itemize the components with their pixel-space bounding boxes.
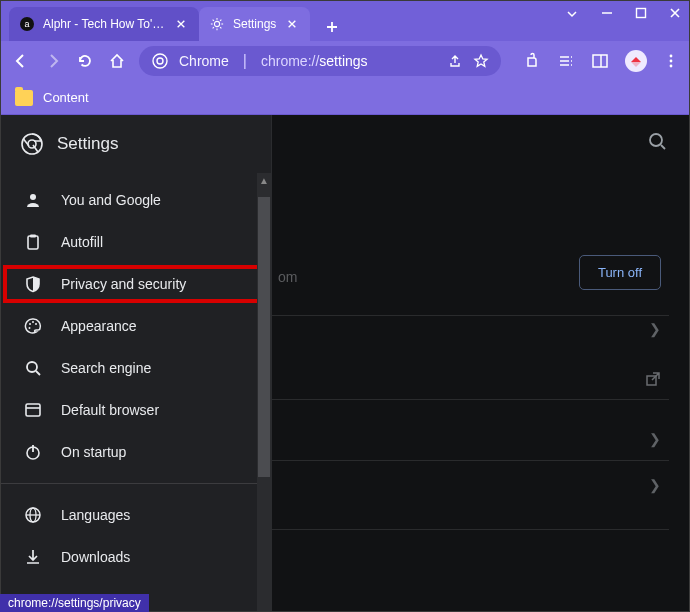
maximize-icon[interactable] — [635, 7, 647, 21]
settings-header: Settings — [1, 115, 271, 173]
share-icon[interactable] — [447, 53, 463, 69]
chevron-right-icon[interactable]: ❯ — [649, 431, 661, 447]
status-bar: chrome://settings/privacy — [0, 594, 149, 612]
reading-list-icon[interactable] — [557, 52, 575, 70]
sidebar-item-appearance[interactable]: Appearance — [1, 305, 271, 347]
svg-rect-31 — [26, 404, 40, 416]
content-area: Settings You and Google Autofill Privacy… — [1, 115, 689, 611]
svg-point-17 — [670, 55, 673, 58]
sidebar-scroll: You and Google Autofill Privacy and secu… — [1, 173, 271, 611]
sidebar-item-label: You and Google — [61, 192, 161, 208]
shield-icon — [23, 274, 43, 294]
back-icon[interactable] — [11, 51, 31, 71]
close-icon[interactable] — [173, 16, 189, 32]
page-title: Settings — [57, 134, 118, 154]
tab-alphr[interactable]: a Alphr - Tech How To's & G — [9, 7, 199, 41]
turn-off-button[interactable]: Turn off — [579, 255, 661, 290]
chevron-right-icon[interactable]: ❯ — [649, 477, 661, 493]
svg-point-19 — [670, 65, 673, 68]
side-panel-icon[interactable] — [591, 52, 609, 70]
partial-text: om — [278, 269, 297, 285]
omnibox-host: Chrome — [179, 53, 229, 69]
svg-point-27 — [35, 323, 37, 325]
chrome-logo-icon — [151, 52, 169, 70]
sidebar-item-privacy-security[interactable]: Privacy and security — [1, 263, 271, 305]
close-window-icon[interactable] — [669, 7, 681, 21]
settings-main-pane: om Turn off ❯ ❯ ❯ — [271, 115, 689, 611]
gear-icon — [209, 16, 225, 32]
svg-point-2 — [214, 21, 219, 26]
tab-settings[interactable]: Settings — [199, 7, 310, 41]
omnibox-separator: | — [243, 52, 247, 70]
browser-window-icon — [23, 400, 43, 420]
sidebar-item-label: Search engine — [61, 360, 151, 376]
sidebar-item-label: Privacy and security — [61, 276, 186, 292]
clipboard-icon — [23, 232, 43, 252]
svg-text:a: a — [24, 19, 29, 29]
reload-icon[interactable] — [75, 51, 95, 71]
scrollbar-thumb[interactable] — [258, 197, 270, 477]
sidebar-item-label: Downloads — [61, 549, 130, 565]
sidebar-item-downloads[interactable]: Downloads — [1, 536, 271, 578]
chevron-right-icon[interactable]: ❯ — [649, 321, 661, 337]
sidebar-scrollbar[interactable]: ▲ — [257, 173, 271, 611]
profile-avatar[interactable] — [625, 50, 647, 72]
sidebar-item-you-and-google[interactable]: You and Google — [1, 179, 271, 221]
open-external-icon[interactable] — [645, 371, 661, 387]
svg-point-14 — [157, 58, 163, 64]
svg-point-13 — [153, 54, 167, 68]
chrome-logo-icon — [21, 133, 43, 155]
toolbar-actions — [523, 50, 679, 72]
caret-down-icon[interactable] — [565, 7, 579, 21]
svg-rect-12 — [637, 9, 646, 18]
row-divider — [272, 460, 669, 461]
tab-title: Settings — [233, 17, 276, 31]
svg-line-30 — [36, 371, 40, 375]
row-divider — [272, 399, 669, 400]
svg-rect-23 — [28, 236, 38, 249]
menu-divider — [1, 483, 271, 484]
scroll-up-icon[interactable]: ▲ — [257, 173, 271, 187]
sidebar-item-autofill[interactable]: Autofill — [1, 221, 271, 263]
svg-line-7 — [213, 20, 214, 21]
sidebar-item-label: On startup — [61, 444, 126, 460]
svg-point-18 — [670, 60, 673, 63]
bookmark-item[interactable]: Content — [43, 90, 89, 105]
sidebar-item-label: Languages — [61, 507, 130, 523]
home-icon[interactable] — [107, 51, 127, 71]
svg-rect-24 — [30, 235, 36, 238]
kebab-menu-icon[interactable] — [663, 53, 679, 69]
row-divider — [272, 315, 669, 316]
new-tab-button[interactable] — [318, 13, 346, 41]
window-controls — [565, 7, 681, 21]
forward-icon[interactable] — [43, 51, 63, 71]
omnibox[interactable]: Chrome | chrome://settings — [139, 46, 501, 76]
svg-line-10 — [213, 27, 214, 28]
sidebar-item-search-engine[interactable]: Search engine — [1, 347, 271, 389]
omnibox-url: chrome://settings — [261, 53, 368, 69]
sidebar-item-on-startup[interactable]: On startup — [1, 431, 271, 473]
sidebar-item-languages[interactable]: Languages — [1, 494, 271, 536]
tab-strip: a Alphr - Tech How To's & G Settings — [1, 1, 689, 41]
minimize-icon[interactable] — [601, 7, 613, 21]
svg-line-9 — [220, 20, 221, 21]
toolbar: Chrome | chrome://settings — [1, 41, 689, 81]
close-icon[interactable] — [284, 16, 300, 32]
svg-point-28 — [29, 327, 31, 329]
extensions-icon[interactable] — [523, 52, 541, 70]
browser-window: a Alphr - Tech How To's & G Settings — [0, 0, 690, 612]
sidebar-item-default-browser[interactable]: Default browser — [1, 389, 271, 431]
download-icon — [23, 547, 43, 567]
sidebar-item-label: Default browser — [61, 402, 159, 418]
svg-line-39 — [661, 145, 665, 149]
row-divider — [272, 529, 669, 530]
search-settings-icon[interactable] — [647, 131, 667, 151]
svg-line-8 — [220, 27, 221, 28]
svg-point-29 — [27, 362, 37, 372]
alphr-favicon-icon: a — [19, 16, 35, 32]
tab-title: Alphr - Tech How To's & G — [43, 17, 165, 31]
settings-menu: You and Google Autofill Privacy and secu… — [1, 173, 271, 578]
power-icon — [23, 442, 43, 462]
sidebar-item-label: Appearance — [61, 318, 137, 334]
bookmark-star-icon[interactable] — [473, 53, 489, 69]
